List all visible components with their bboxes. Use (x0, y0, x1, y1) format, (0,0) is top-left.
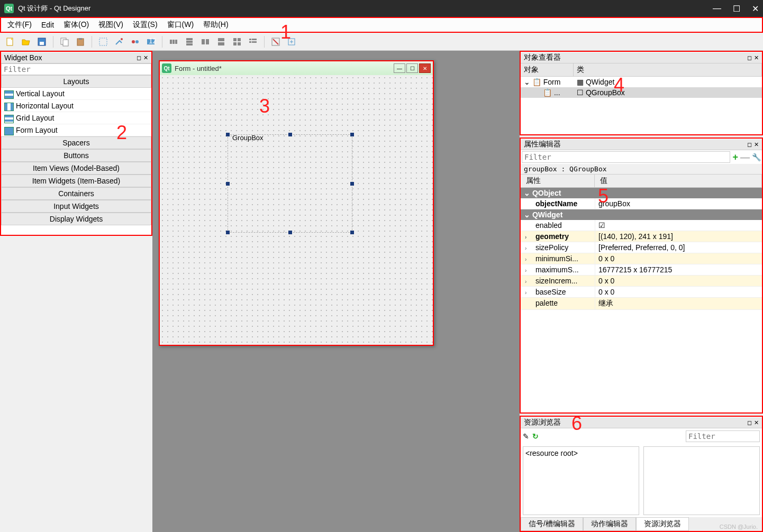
float-icon[interactable]: ◻ (747, 54, 752, 61)
form-window[interactable]: Qt Form - untitled* — ☐ ✕ GroupBox (159, 60, 434, 346)
svg-rect-6 (79, 38, 82, 40)
resource-filter[interactable] (686, 430, 760, 442)
svg-rect-28 (252, 39, 257, 40)
close-button[interactable]: ✕ (752, 4, 759, 14)
category-buttons[interactable]: Buttons (1, 149, 151, 162)
layout-vsplit-icon[interactable] (214, 35, 228, 49)
category-spacers[interactable]: Spacers (1, 136, 151, 149)
form-maximize-button[interactable]: ☐ (406, 63, 418, 73)
edit-buddies-icon[interactable] (128, 35, 142, 49)
adjust-size-icon[interactable] (285, 35, 298, 49)
menu-view[interactable]: 视图(V) (95, 19, 126, 31)
svg-rect-14 (172, 40, 175, 44)
tab-signal-slot[interactable]: 信号/槽编辑器 (521, 517, 583, 531)
save-icon[interactable] (35, 35, 49, 49)
svg-line-32 (273, 39, 278, 44)
prop-sizeIncrem[interactable]: ›sizeIncrem...0 x 0 (521, 276, 762, 287)
category-layouts[interactable]: Layouts (1, 75, 151, 88)
category-item-views[interactable]: Item Views (Model-Based) (1, 162, 151, 175)
form-body[interactable]: GroupBox (160, 75, 433, 345)
remove-icon[interactable]: — (740, 152, 750, 163)
widget-form-layout[interactable]: Form Layout (1, 124, 151, 136)
open-icon[interactable] (19, 35, 33, 49)
layout-h-icon[interactable] (167, 35, 180, 49)
property-filter[interactable] (522, 151, 730, 163)
new-icon[interactable] (3, 35, 17, 49)
tab-resource-browser[interactable]: 资源浏览器 (636, 517, 689, 531)
prop-objectname[interactable]: objectName groupBox (521, 198, 762, 209)
menu-help[interactable]: 帮助(H) (200, 19, 231, 31)
break-layout-icon[interactable] (269, 35, 283, 49)
groupbox-widget[interactable]: GroupBox (228, 134, 352, 233)
layout-grid-icon[interactable] (230, 35, 244, 49)
prop-palette[interactable]: palette继承 (521, 298, 762, 310)
watermark: CSDN @Jurio. (720, 524, 758, 530)
layout-v-icon[interactable] (183, 35, 196, 49)
maximize-button[interactable]: ☐ (733, 4, 740, 14)
layout-form-icon[interactable] (246, 35, 260, 49)
widget-grid-layout[interactable]: Grid Layout (1, 112, 151, 124)
close-icon[interactable]: ✕ (143, 54, 148, 61)
group-qwidget[interactable]: ⌄ QWidget (521, 209, 762, 220)
svg-text:123: 123 (149, 37, 156, 45)
category-item-widgets[interactable]: Item Widgets (Item-Based) (1, 175, 151, 187)
reload-icon[interactable]: ↻ (532, 432, 539, 441)
copy-icon[interactable] (58, 35, 71, 49)
menu-edit[interactable]: Edit (38, 20, 57, 30)
svg-rect-13 (170, 40, 172, 44)
category-containers[interactable]: Containers (1, 187, 151, 200)
edit-icon[interactable]: ✎ (523, 432, 529, 441)
edit-tab-order-icon[interactable]: 123 (144, 35, 158, 49)
resource-tree[interactable]: <resource root> (523, 446, 639, 515)
prop-minimumSi[interactable]: ›minimumSi...0 x 0 (521, 253, 762, 264)
svg-rect-15 (175, 40, 177, 44)
category-input-widgets[interactable]: Input Widgets (1, 200, 151, 213)
close-icon[interactable]: ✕ (754, 419, 759, 426)
menu-file[interactable]: 文件(F) (4, 19, 35, 31)
window-title: Qt 设计师 - Qt Designer (18, 4, 713, 13)
config-icon[interactable]: 🔧 (752, 153, 761, 161)
layout-hsplit-icon[interactable] (198, 35, 212, 49)
float-icon[interactable]: ◻ (747, 419, 752, 426)
col-property: 属性 (521, 175, 595, 187)
float-icon[interactable]: ◻ (137, 54, 141, 61)
minimize-button[interactable]: — (713, 4, 721, 14)
svg-point-9 (132, 40, 135, 43)
svg-rect-20 (206, 39, 209, 44)
category-display-widgets[interactable]: Display Widgets (1, 213, 151, 225)
menu-settings[interactable]: 设置(S) (130, 19, 161, 31)
design-canvas[interactable]: Qt Form - untitled* — ☐ ✕ GroupBox (152, 51, 520, 532)
prop-geometry[interactable]: ›geometry[(140, 120), 241 x 191] (521, 231, 762, 242)
svg-rect-17 (186, 41, 193, 43)
tree-row-groupbox[interactable]: 📋 ... ☐ QGroupBox (521, 87, 762, 98)
edit-signals-icon[interactable] (112, 35, 126, 49)
add-icon[interactable]: + (732, 152, 738, 163)
form-minimize-button[interactable]: — (394, 63, 405, 73)
close-icon[interactable]: ✕ (754, 141, 759, 148)
prop-maximumS[interactable]: ›maximumS...16777215 x 16777215 (521, 264, 762, 276)
menubar: 文件(F) Edit 窗体(O) 视图(V) 设置(S) 窗口(W) 帮助(H) (0, 17, 763, 33)
object-inspector-title: 对象查看器 (524, 53, 561, 62)
tab-action-editor[interactable]: 动作编辑器 (583, 517, 636, 531)
float-icon[interactable]: ◻ (747, 141, 752, 148)
edit-widgets-icon[interactable] (96, 35, 110, 49)
widget-box-filter[interactable] (1, 63, 151, 75)
resource-root[interactable]: <resource root> (525, 449, 578, 457)
prop-baseSize[interactable]: ›baseSize0 x 0 (521, 287, 762, 298)
svg-rect-24 (238, 38, 241, 41)
group-qobject[interactable]: ⌄ QObject (521, 188, 762, 198)
tree-row-form[interactable]: ⌄ 📋 Form ▦ QWidget (521, 77, 762, 87)
widget-horizontal-layout[interactable]: Horizontal Layout (1, 100, 151, 112)
prop-sizePolicy[interactable]: ›sizePolicy[Preferred, Preferred, 0, 0] (521, 242, 762, 253)
menu-window[interactable]: 窗口(W) (164, 19, 197, 31)
resource-browser-panel: 资源浏览器 ◻ ✕ ✎ ↻ <resource root> 信号/槽编辑器 动作… (520, 416, 763, 532)
form-close-button[interactable]: ✕ (419, 63, 431, 73)
svg-rect-16 (186, 38, 193, 40)
close-icon[interactable]: ✕ (754, 54, 759, 61)
widget-vertical-layout[interactable]: Vertical Layout (1, 88, 151, 100)
menu-form[interactable]: 窗体(O) (60, 19, 92, 31)
svg-point-10 (135, 40, 139, 43)
prop-enabled[interactable]: enabled☑ (521, 220, 762, 231)
toolbar: 123 (0, 33, 763, 51)
paste-icon[interactable] (74, 35, 87, 49)
